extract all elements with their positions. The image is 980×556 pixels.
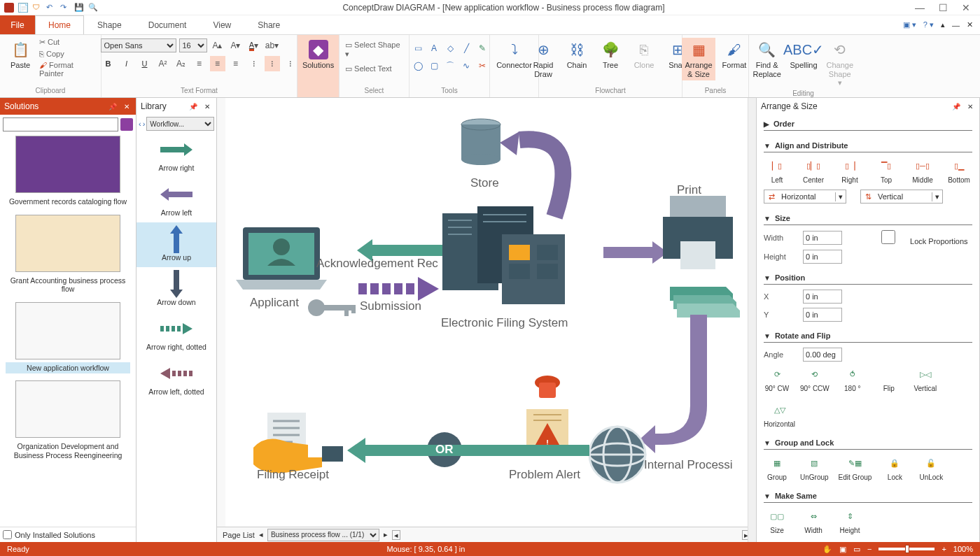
diagram-canvas[interactable]: ! Store Print Applicant Acknowledgement … — [225, 98, 748, 527]
align-right-button[interactable]: ▯▕Right — [836, 158, 863, 184]
close-button[interactable]: ✕ — [962, 2, 970, 13]
solution-item[interactable]: Grant Accounting business process flow — [6, 215, 130, 295]
align-right-icon[interactable]: ≡ — [228, 56, 244, 71]
flip-horizontal-button[interactable]: △▽Horizontal — [764, 402, 795, 428]
save-icon[interactable]: 💾 — [74, 3, 84, 13]
solutions-logo-icon[interactable] — [120, 118, 133, 131]
section-group[interactable]: ▼Group and Lock — [764, 436, 972, 450]
format-panel-button[interactable]: 🖌Format — [720, 38, 749, 72]
help-icon[interactable]: ? ▾ — [923, 20, 934, 29]
align-middle-icon[interactable]: ⫶ — [265, 56, 280, 71]
section-rotate[interactable]: ▼Rotate and Flip — [764, 329, 972, 343]
align-left-button[interactable]: ▏▯Left — [764, 158, 790, 184]
lock-proportions-checkbox[interactable] — [869, 230, 908, 244]
tool-line-icon[interactable]: ╱ — [458, 41, 474, 56]
zoom-in-icon[interactable]: + — [941, 545, 946, 553]
same-width-button[interactable]: ⇔Width — [800, 508, 827, 534]
find-replace-button[interactable]: 🔍Find & Replace — [749, 38, 785, 80]
group-button[interactable]: ▦Group — [764, 455, 790, 481]
grow-font-icon[interactable]: A▴ — [210, 38, 225, 53]
tab-document[interactable]: Document — [135, 15, 200, 34]
subscript-icon[interactable]: A₂ — [174, 56, 189, 71]
cut-button[interactable]: ✂ Cut — [39, 38, 59, 47]
edit-group-button[interactable]: ✎▦Edit Group — [839, 455, 872, 481]
width-input[interactable] — [803, 231, 842, 245]
library-shape[interactable]: Arrow left — [136, 178, 216, 222]
zoom-out-icon[interactable]: − — [867, 545, 872, 553]
distribute-vertical[interactable]: Vertical — [875, 192, 932, 201]
font-color-icon[interactable]: A▾ — [246, 38, 262, 53]
only-installed-checkbox[interactable] — [3, 530, 12, 539]
file-tab[interactable]: File — [0, 15, 35, 34]
section-order[interactable]: ▶Order — [764, 117, 972, 131]
fit-width-icon[interactable]: ▭ — [853, 545, 860, 554]
shield-icon[interactable]: 🛡 — [32, 3, 42, 13]
rotate-cw-button[interactable]: ⟳90° CW — [764, 366, 790, 392]
tool-crop-icon[interactable]: ✂ — [475, 58, 490, 73]
paste-button[interactable]: 📋 Paste — [6, 38, 35, 72]
font-select[interactable]: Open Sans — [101, 38, 176, 52]
lib-next-icon[interactable]: › — [143, 120, 146, 128]
tab-home[interactable]: Home — [35, 15, 84, 34]
y-input[interactable] — [803, 308, 842, 322]
tool-rrect-icon[interactable]: ▢ — [426, 58, 442, 73]
page-prev-icon[interactable]: ◂ — [259, 530, 263, 539]
tab-share[interactable]: Share — [244, 15, 293, 34]
section-align[interactable]: ▼Align and Distribute — [764, 139, 972, 152]
align-bottom-icon[interactable]: ⫶ — [283, 56, 298, 71]
tab-view[interactable]: View — [200, 15, 244, 34]
pin-icon[interactable]: 📌 — [950, 103, 962, 111]
section-position[interactable]: ▼Position — [764, 271, 972, 285]
rotate-180-button[interactable]: ⥀180 ° — [839, 366, 866, 392]
undo-icon[interactable]: ↶ — [46, 3, 56, 13]
pin-icon[interactable]: 📌 — [187, 103, 200, 111]
solution-item[interactable]: Organization Development and Business Pr… — [6, 380, 130, 461]
scroll-left-icon[interactable]: ◂ — [392, 530, 400, 540]
page-next-icon[interactable]: ▸ — [384, 530, 388, 539]
solutions-search-input[interactable] — [3, 117, 118, 131]
change-shape-button[interactable]: ⟲Change Shape▾ — [822, 38, 858, 90]
maximize-button[interactable]: ☐ — [939, 2, 948, 13]
library-shape[interactable]: Arrow right — [136, 133, 216, 178]
lock-button[interactable]: 🔒Lock — [881, 455, 908, 481]
tool-text-icon[interactable]: A — [426, 41, 442, 56]
solution-item[interactable]: New application workflow — [6, 302, 130, 374]
section-same[interactable]: ▼Make Same — [764, 490, 972, 503]
underline-icon[interactable]: U — [137, 56, 153, 71]
align-top-button[interactable]: ▔▯Top — [873, 158, 899, 184]
hand-tool-icon[interactable]: ✋ — [822, 545, 832, 554]
library-shape[interactable]: Arrow left, dotted — [136, 357, 216, 401]
align-middle-button[interactable]: ▯─▯Middle — [909, 158, 936, 184]
tool-ellipse-icon[interactable]: ◯ — [410, 58, 426, 73]
solution-item[interactable]: Government records cataloging flow — [6, 136, 130, 208]
x-input[interactable] — [803, 290, 842, 304]
clone-button[interactable]: ⎘Clone — [629, 38, 659, 72]
zoom-icon[interactable]: 🔍 — [88, 3, 98, 13]
copy-button[interactable]: ⎘ Copy — [39, 50, 64, 58]
panel-toggle-icon[interactable]: ▣ ▾ — [903, 20, 916, 29]
italic-icon[interactable]: I — [119, 56, 134, 71]
close-panel-icon[interactable]: ✕ — [122, 103, 132, 111]
flip-vertical-button[interactable]: ▷◁Vertical — [912, 366, 939, 392]
tree-button[interactable]: 🌳Tree — [596, 38, 625, 72]
library-shape[interactable]: Arrow down — [136, 267, 216, 312]
highlight-icon[interactable]: ab▾ — [265, 38, 280, 53]
library-shape[interactable]: Arrow up — [136, 222, 216, 267]
align-center-icon[interactable]: ≡ — [210, 56, 225, 71]
rotate-ccw-button[interactable]: ⟲90° CCW — [800, 366, 830, 392]
library-shape[interactable]: Arrow right, dotted — [136, 312, 216, 357]
tool-poly-icon[interactable]: ◇ — [442, 41, 458, 56]
zoom-slider[interactable] — [878, 548, 934, 550]
minimize-button[interactable]: — — [915, 2, 925, 13]
ungroup-button[interactable]: ▧UnGroup — [800, 455, 829, 481]
new-icon[interactable]: 📄 — [18, 3, 28, 13]
solutions-button[interactable]: ◆ Solutions — [300, 38, 337, 72]
fit-page-icon[interactable]: ▣ — [839, 545, 846, 554]
unlock-button[interactable]: 🔓UnLock — [918, 455, 944, 481]
same-height-button[interactable]: ⇕Height — [836, 508, 863, 534]
library-dropdown[interactable]: Workflow... — [146, 117, 214, 131]
tool-pencil-icon[interactable]: ✎ — [475, 41, 490, 56]
close-panel-icon[interactable]: ✕ — [965, 103, 975, 111]
select-text-button[interactable]: ▭ Select Text — [345, 64, 392, 73]
height-input[interactable] — [803, 250, 842, 264]
